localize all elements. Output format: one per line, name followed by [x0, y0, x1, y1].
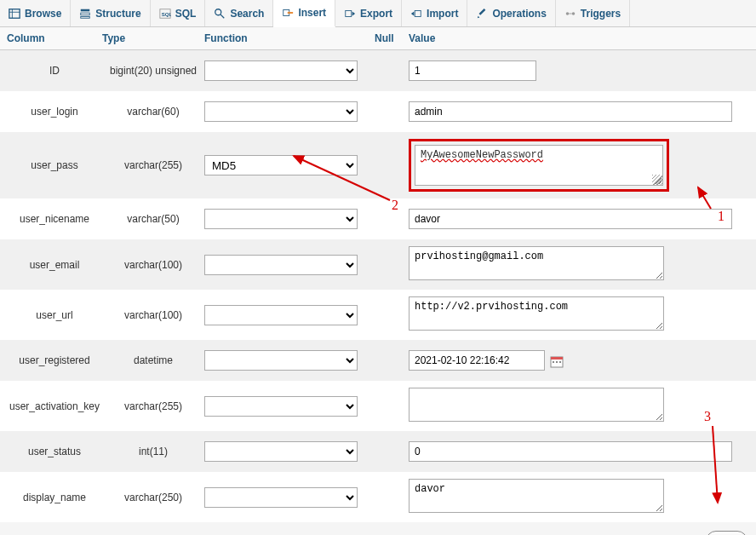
column-type: int(11) [102, 446, 204, 457]
svg-rect-24 [559, 361, 561, 363]
svg-rect-5 [81, 16, 90, 18]
column-type: varchar(100) [102, 309, 204, 321]
import-icon [410, 8, 422, 20]
value-textarea[interactable] [409, 296, 664, 331]
tab-label: Import [427, 8, 458, 20]
function-cell [204, 350, 375, 371]
column-name: user_url [0, 309, 102, 321]
value-input[interactable] [409, 350, 545, 371]
value-cell [409, 246, 756, 283]
function-cell [204, 101, 375, 122]
value-input[interactable] [409, 441, 732, 462]
svg-marker-16 [411, 11, 415, 15]
value-cell [409, 479, 756, 515]
column-name: user_login [0, 106, 102, 118]
table-row: user_registereddatetime [0, 340, 756, 381]
svg-rect-23 [556, 361, 558, 363]
function-cell [204, 60, 375, 81]
value-textarea[interactable]: MyAwesomeNewPassword [415, 145, 663, 186]
tab-triggers[interactable]: Triggers [556, 0, 630, 26]
function-select[interactable] [204, 305, 358, 325]
svg-rect-15 [415, 10, 421, 16]
tab-search[interactable]: Search [205, 0, 273, 26]
function-cell [204, 209, 375, 229]
table-row: user_passvarchar(255)MD5MyAwesomeNewPass… [0, 132, 756, 198]
function-cell [204, 396, 375, 417]
header-value: Value [409, 32, 756, 44]
function-select[interactable] [204, 60, 358, 81]
function-select[interactable] [204, 396, 358, 417]
tab-operations[interactable]: Operations [467, 0, 555, 26]
table-row: IDbigint(20) unsigned [0, 50, 756, 91]
svg-point-8 [215, 9, 221, 14]
header-column: Column [0, 32, 102, 44]
tab-insert[interactable]: Insert [273, 0, 335, 27]
function-select[interactable] [204, 255, 358, 275]
column-name: user_activation_key [0, 400, 102, 412]
column-type: datetime [102, 354, 204, 366]
go-button[interactable]: Go [706, 531, 747, 535]
function-select[interactable] [204, 209, 358, 229]
column-name: user_nicename [0, 213, 102, 225]
tab-label: Triggers [581, 8, 621, 20]
svg-rect-13 [346, 10, 352, 16]
svg-marker-14 [352, 11, 356, 15]
function-select[interactable] [204, 350, 358, 371]
tab-export[interactable]: Export [335, 0, 402, 26]
table-row: user_loginvarchar(60) [0, 91, 756, 132]
table-row: display_namevarchar(250) [0, 472, 756, 522]
value-cell [409, 350, 756, 371]
function-cell: MD5 [204, 155, 375, 175]
column-name: user_pass [0, 159, 102, 171]
function-cell [204, 441, 375, 462]
value-textarea[interactable] [409, 479, 664, 513]
tab-label: Export [360, 8, 392, 20]
svg-text:SQL: SQL [161, 10, 170, 16]
tab-structure[interactable]: Structure [71, 0, 150, 26]
column-name: user_registered [0, 354, 102, 366]
svg-point-18 [572, 12, 576, 15]
tab-import[interactable]: Import [402, 0, 467, 26]
sql-icon: SQL [159, 8, 171, 20]
table-header: Column Type Function Null Value [0, 27, 756, 50]
tab-label: Operations [492, 8, 546, 20]
operations-icon [476, 8, 488, 20]
function-cell [204, 305, 375, 325]
function-select[interactable] [204, 101, 358, 122]
svg-point-17 [566, 12, 570, 15]
value-input[interactable] [409, 60, 536, 81]
function-select[interactable] [204, 487, 358, 508]
column-name: user_email [0, 259, 102, 271]
table-row: user_activation_keyvarchar(255) [0, 381, 756, 431]
function-cell [204, 255, 375, 275]
column-type: varchar(255) [102, 159, 204, 171]
column-type: varchar(250) [102, 492, 204, 503]
browse-icon [9, 8, 20, 20]
table-row: user_emailvarchar(100) [0, 239, 756, 290]
column-name: display_name [0, 492, 102, 503]
value-textarea[interactable] [409, 388, 664, 422]
function-select[interactable] [204, 441, 358, 462]
header-type: Type [102, 32, 204, 44]
column-type: varchar(60) [102, 106, 204, 118]
value-cell [409, 441, 756, 462]
header-function: Function [204, 32, 375, 44]
export-icon [344, 8, 356, 20]
svg-rect-22 [553, 361, 554, 363]
table-row: user_nicenamevarchar(50) [0, 198, 756, 239]
column-type: varchar(100) [102, 259, 204, 271]
value-cell [409, 209, 756, 229]
footer: Go [0, 522, 756, 535]
tab-sql[interactable]: SQLSQL [151, 0, 206, 26]
value-textarea[interactable] [409, 246, 664, 280]
value-input[interactable] [409, 101, 732, 122]
table-row: user_statusint(11) [0, 431, 756, 472]
value-cell [409, 60, 756, 81]
column-name: ID [0, 65, 102, 77]
table-row: user_urlvarchar(100) [0, 290, 756, 340]
calendar-icon[interactable] [550, 354, 564, 368]
svg-marker-12 [288, 11, 290, 14]
value-input[interactable] [409, 209, 732, 229]
tab-browse[interactable]: Browse [0, 0, 71, 26]
function-select[interactable]: MD5 [204, 155, 358, 175]
